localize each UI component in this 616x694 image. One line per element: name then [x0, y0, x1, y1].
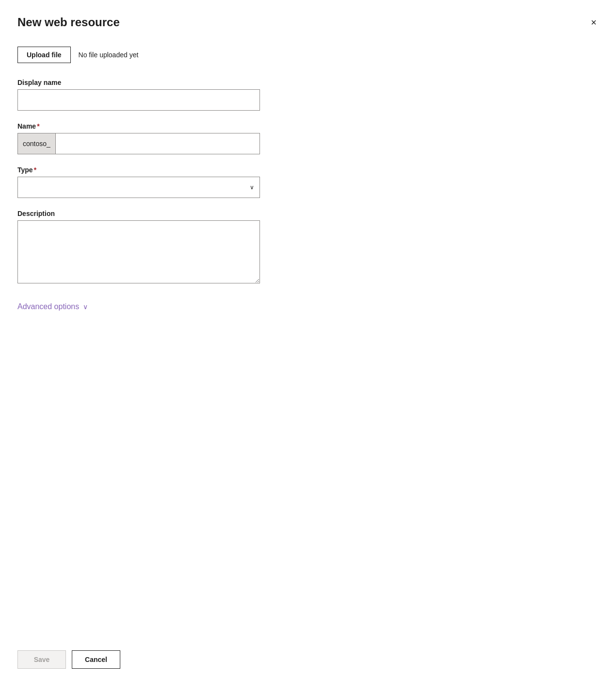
name-input-wrapper: contoso_	[17, 133, 260, 154]
type-group: Type* ∨	[17, 166, 599, 198]
description-group: Description	[17, 210, 599, 285]
name-prefix: contoso_	[18, 133, 56, 154]
advanced-options-chevron-icon: ∨	[83, 303, 88, 311]
display-name-label: Display name	[17, 79, 599, 86]
advanced-options-label: Advanced options	[17, 302, 79, 311]
name-label: Name*	[17, 122, 599, 130]
display-name-input[interactable]	[17, 89, 260, 111]
upload-row: Upload file No file uploaded yet	[17, 47, 599, 63]
type-label: Type*	[17, 166, 599, 174]
display-name-group: Display name	[17, 79, 599, 111]
upload-file-button[interactable]: Upload file	[17, 47, 71, 63]
name-group: Name* contoso_	[17, 122, 599, 154]
name-input[interactable]	[56, 133, 259, 154]
spacer	[17, 313, 599, 627]
save-button[interactable]: Save	[17, 650, 66, 669]
dialog-title: New web resource	[17, 16, 120, 29]
dialog-header: New web resource ×	[17, 16, 599, 29]
no-file-status: No file uploaded yet	[79, 51, 139, 59]
type-select[interactable]	[17, 177, 260, 198]
type-required-star: *	[34, 166, 36, 174]
description-input[interactable]	[17, 220, 260, 283]
name-required-star: *	[37, 122, 39, 130]
new-web-resource-dialog: New web resource × Upload file No file u…	[0, 0, 616, 694]
advanced-options-toggle[interactable]: Advanced options ∨	[17, 300, 599, 313]
description-label: Description	[17, 210, 599, 217]
dialog-body: Upload file No file uploaded yet Display…	[17, 47, 599, 627]
dialog-footer: Save Cancel	[17, 627, 599, 678]
type-select-wrapper: ∨	[17, 177, 260, 198]
close-button[interactable]: ×	[589, 16, 599, 29]
cancel-button[interactable]: Cancel	[72, 650, 120, 669]
